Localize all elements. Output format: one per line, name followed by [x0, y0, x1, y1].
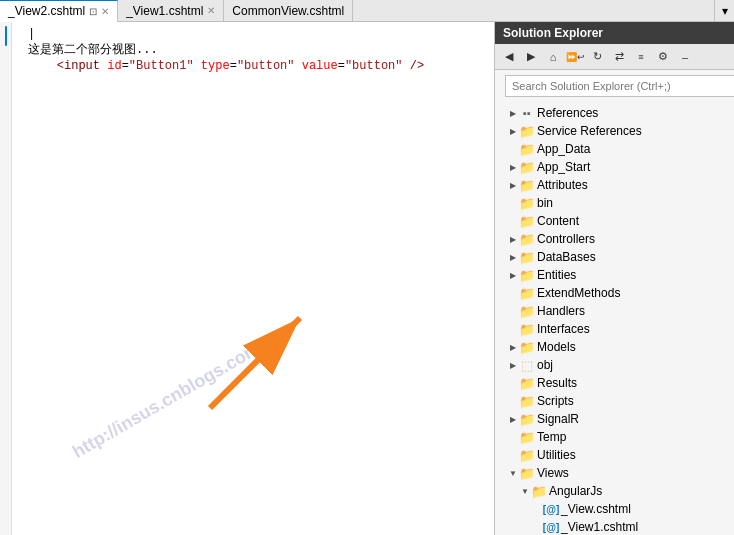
expand-arrow-models[interactable]: ▶ — [507, 341, 519, 353]
tab-view1-label: _View1.cshtml — [126, 4, 203, 18]
tree-item-results[interactable]: ▶📁Results — [495, 374, 734, 392]
tree-item-app-data[interactable]: ▶📁App_Data — [495, 140, 734, 158]
se-props-btn[interactable]: ⚙ — [653, 47, 673, 67]
icon-app-start: 📁 — [519, 159, 535, 175]
tree-item-extendmethods[interactable]: ▶📁ExtendMethods — [495, 284, 734, 302]
icon-models: 📁 — [519, 339, 535, 355]
icon-references: ▪▪ — [519, 105, 535, 121]
tab-bar: _View2.cshtml ⊡ ✕ _View1.cshtml ✕ Common… — [0, 0, 734, 22]
arrow-overlay — [200, 308, 320, 431]
label-references: References — [537, 106, 598, 120]
icon-attributes: 📁 — [519, 177, 535, 193]
tree-item-interfaces[interactable]: ▶📁Interfaces — [495, 320, 734, 338]
icon-scripts: 📁 — [519, 393, 535, 409]
tree-item-signalr[interactable]: ▶📁SignalR — [495, 410, 734, 428]
label-entities: Entities — [537, 268, 576, 282]
se-title: Solution Explorer — [503, 26, 603, 40]
tree-item-app-start[interactable]: ▶📁App_Start — [495, 158, 734, 176]
label-_view1-cshtml: _View1.cshtml — [561, 520, 638, 534]
icon-controllers: 📁 — [519, 231, 535, 247]
label-app-data: App_Data — [537, 142, 590, 156]
tree-item-angularjs[interactable]: ▼📁AngularJs — [495, 482, 734, 500]
expand-arrow-attributes[interactable]: ▶ — [507, 179, 519, 191]
tree-item-views[interactable]: ▼📁Views — [495, 464, 734, 482]
tree-item-obj[interactable]: ▶⬚obj — [495, 356, 734, 374]
main-area: | 这是第二个部分视图... <input id="Button1" type=… — [0, 22, 734, 535]
expand-arrow-app-start[interactable]: ▶ — [507, 161, 519, 173]
code-line-3: <input id="Button1" type="button" value=… — [20, 58, 494, 74]
icon-views: 📁 — [519, 465, 535, 481]
se-settings-btn[interactable]: ⏩↩ — [565, 47, 585, 67]
tree-item-content[interactable]: ▶📁Content — [495, 212, 734, 230]
tree-item-references[interactable]: ▶▪▪References — [495, 104, 734, 122]
icon-extendmethods: 📁 — [519, 285, 535, 301]
label-databases: DataBases — [537, 250, 596, 264]
se-forward-btn[interactable]: ▶ — [521, 47, 541, 67]
label-models: Models — [537, 340, 576, 354]
tree-item-controllers[interactable]: ▶📁Controllers — [495, 230, 734, 248]
tree-item-_view-cshtml[interactable]: ▶[@]_View.cshtml — [495, 500, 734, 518]
tab-view2-close[interactable]: ✕ — [101, 6, 109, 17]
label-_view-cshtml: _View.cshtml — [561, 502, 631, 516]
tree-item-models[interactable]: ▶📁Models — [495, 338, 734, 356]
watermark: http://insus.cnblogs.com — [69, 338, 264, 463]
label-controllers: Controllers — [537, 232, 595, 246]
icon-entities: 📁 — [519, 267, 535, 283]
icon-_view-cshtml: [@] — [543, 501, 559, 517]
expand-arrow-angularjs[interactable]: ▼ — [519, 485, 531, 497]
se-back-btn[interactable]: ◀ — [499, 47, 519, 67]
tab-view2[interactable]: _View2.cshtml ⊡ ✕ — [0, 0, 118, 22]
icon-handlers: 📁 — [519, 303, 535, 319]
tab-dropdown-button[interactable]: ▾ — [714, 0, 734, 22]
icon-_view1-cshtml: [@] — [543, 519, 559, 535]
label-bin: bin — [537, 196, 553, 210]
expand-arrow-views[interactable]: ▼ — [507, 467, 519, 479]
tab-view1[interactable]: _View1.cshtml ✕ — [118, 0, 224, 22]
se-sync-btn[interactable]: ⇄ — [609, 47, 629, 67]
tree-item-service-refs[interactable]: ▶📁Service References — [495, 122, 734, 140]
label-attributes: Attributes — [537, 178, 588, 192]
se-search-input[interactable] — [505, 75, 734, 97]
tab-commonview[interactable]: CommonView.cshtml — [224, 0, 353, 22]
tree-item-bin[interactable]: ▶📁bin — [495, 194, 734, 212]
se-filter-btn[interactable]: – — [675, 47, 695, 67]
label-service-refs: Service References — [537, 124, 642, 138]
tab-view2-label: _View2.cshtml — [8, 4, 85, 18]
se-collapse-btn[interactable]: ≡ — [631, 47, 651, 67]
expand-arrow-entities[interactable]: ▶ — [507, 269, 519, 281]
expand-arrow-databases[interactable]: ▶ — [507, 251, 519, 263]
label-obj: obj — [537, 358, 553, 372]
editor-area: | 这是第二个部分视图... <input id="Button1" type=… — [0, 22, 494, 535]
expand-arrow-references[interactable]: ▶ — [507, 107, 519, 119]
se-search-container — [495, 70, 734, 102]
label-temp: Temp — [537, 430, 566, 444]
label-handlers: Handlers — [537, 304, 585, 318]
label-extendmethods: ExtendMethods — [537, 286, 620, 300]
icon-signalr: 📁 — [519, 411, 535, 427]
icon-bin: 📁 — [519, 195, 535, 211]
tree-item-temp[interactable]: ▶📁Temp — [495, 428, 734, 446]
se-header: Solution Explorer — [495, 22, 734, 44]
editor-content[interactable]: | 这是第二个部分视图... <input id="Button1" type=… — [0, 22, 494, 491]
se-refresh-btn[interactable]: ↻ — [587, 47, 607, 67]
expand-arrow-controllers[interactable]: ▶ — [507, 233, 519, 245]
tree-item-_view1-cshtml[interactable]: ▶[@]_View1.cshtml — [495, 518, 734, 535]
tree-item-scripts[interactable]: ▶📁Scripts — [495, 392, 734, 410]
code-line-1: | — [20, 26, 494, 42]
code-line-2: 这是第二个部分视图... — [20, 42, 494, 58]
label-app-start: App_Start — [537, 160, 590, 174]
tree-item-attributes[interactable]: ▶📁Attributes — [495, 176, 734, 194]
expand-arrow-obj[interactable]: ▶ — [507, 359, 519, 371]
expand-arrow-service-refs[interactable]: ▶ — [507, 125, 519, 137]
icon-temp: 📁 — [519, 429, 535, 445]
label-interfaces: Interfaces — [537, 322, 590, 336]
tree-item-entities[interactable]: ▶📁Entities — [495, 266, 734, 284]
tree-item-databases[interactable]: ▶📁DataBases — [495, 248, 734, 266]
se-home-btn[interactable]: ⌂ — [543, 47, 563, 67]
tree-item-utilities[interactable]: ▶📁Utilities — [495, 446, 734, 464]
tree-item-handlers[interactable]: ▶📁Handlers — [495, 302, 734, 320]
code-text-3: <input id="Button1" type="button" value=… — [20, 58, 424, 74]
tab-view1-close[interactable]: ✕ — [207, 5, 215, 16]
icon-obj: ⬚ — [519, 357, 535, 373]
expand-arrow-signalr[interactable]: ▶ — [507, 413, 519, 425]
